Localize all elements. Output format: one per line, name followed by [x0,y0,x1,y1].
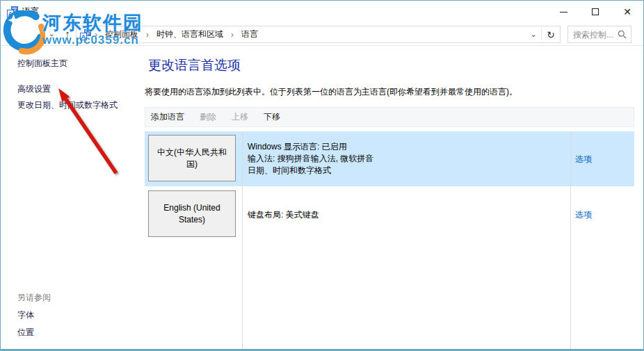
sidebar-item-location[interactable]: 位置 [17,327,34,338]
language-details-english: 键盘布局: 美式键盘 [248,187,564,243]
detail-line: 输入法: 搜狗拼音输入法, 微软拼音 [248,153,564,165]
breadcrumb-chevron-icon: › [227,30,237,40]
language-control-panel-window: 字 A 语言 ✕ ⌄ ↑ 字 A › 控制面板 › 时钟、语言和区域 › 语言 [0,0,644,351]
detail-line: 键盘布局: 美式键盘 [248,209,564,221]
detail-line: Windows 显示语言: 已启用 [248,141,564,153]
search-box[interactable] [567,26,631,43]
sidebar-see-also-heading: 另请参阅 [17,292,51,304]
window-title: 语言 [22,1,39,22]
move-up-button: 上移 [232,111,248,123]
minimize-button[interactable] [547,1,579,23]
sidebar-item-control-panel-home[interactable]: 控制面板主页 [17,58,67,70]
breadcrumb-clock-language-region[interactable]: 时钟、语言和区域 [152,28,227,40]
breadcrumb-chevron-icon: › [91,30,101,40]
search-input[interactable] [568,30,613,40]
list-column-separator [570,131,571,350]
add-language-button[interactable]: 添加语言 [151,111,184,123]
language-app-icon: 字 A [7,6,18,17]
language-list: 中文(中华人民共和国) Windows 显示语言: 已启用 输入法: 搜狗拼音输… [145,131,634,350]
detail-line: 日期、时间和数字格式 [248,165,564,177]
language-tile-english: English (United States) [148,190,236,237]
maximize-icon [592,8,599,15]
red-annotation-arrow [41,76,131,180]
search-icon [618,30,627,39]
address-dropdown-icon[interactable]: ⌄ [526,30,541,39]
page-title: 更改语言首选项 [148,56,241,74]
breadcrumb-chevron-icon: › [143,30,152,40]
move-down-button[interactable]: 下移 [264,111,280,123]
sidebar-item-change-date-time-formats[interactable]: 更改日期、时间或数字格式 [17,99,118,111]
options-link-english[interactable]: 选项 [575,209,592,221]
svg-text:A: A [81,33,86,40]
language-row-english[interactable]: English (United States) 键盘布局: 美式键盘 选项 [145,187,634,243]
options-link-chinese[interactable]: 选项 [575,153,592,165]
remove-language-button: 删除 [200,111,216,123]
language-tile-chinese: 中文(中华人民共和国) [148,135,236,181]
list-column-separator [242,131,243,350]
navigation-bar: ⌄ ↑ 字 A › 控制面板 › 时钟、语言和区域 › 语言 ⌄ ↻ [1,23,643,46]
breadcrumb-language[interactable]: 语言 [237,28,262,40]
language-details-chinese: Windows 显示语言: 已启用 输入法: 搜狗拼音输入法, 微软拼音 日期、… [248,131,564,186]
minimize-icon [560,12,567,13]
refresh-icon[interactable]: ↻ [542,29,560,40]
svg-text:A: A [8,10,13,17]
language-list-toolbar: 添加语言 删除 上移 下移 [145,107,634,127]
history-dropdown-icon[interactable]: ⌄ [44,23,59,45]
titlebar: 字 A 语言 ✕ [1,1,643,23]
up-button[interactable]: ↑ [60,23,75,45]
page-description: 将要使用的语言添加到此列表中。位于列表第一位的语言为主语言(即你希望看到并最常使… [145,86,517,98]
close-icon: ✕ [623,7,631,17]
breadcrumb-control-panel[interactable]: 控制面板 [101,28,143,40]
sidebar-item-advanced-settings[interactable]: 高级设置 [17,83,51,95]
close-button[interactable]: ✕ [611,1,643,23]
language-breadcrumb-icon: 字 A [80,29,91,40]
sidebar-item-fonts[interactable]: 字体 [17,309,34,321]
address-bar[interactable]: 字 A › 控制面板 › 时钟、语言和区域 › 语言 ⌄ ↻ [76,26,561,43]
language-row-chinese[interactable]: 中文(中华人民共和国) Windows 显示语言: 已启用 输入法: 搜狗拼音输… [145,131,634,186]
maximize-button[interactable] [579,1,611,23]
